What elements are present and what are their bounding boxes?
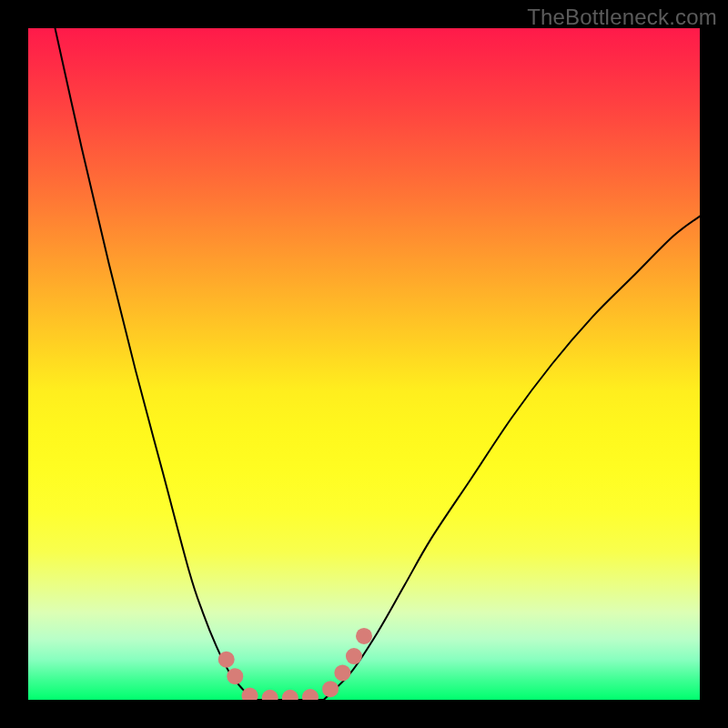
plot-area xyxy=(28,28,700,700)
data-markers xyxy=(218,628,372,700)
data-marker xyxy=(322,681,339,697)
chart-svg xyxy=(28,28,700,700)
data-marker xyxy=(356,628,372,644)
data-marker xyxy=(218,652,235,668)
curve-left xyxy=(56,28,254,700)
data-marker xyxy=(282,690,298,700)
data-marker xyxy=(262,690,278,700)
data-marker xyxy=(334,664,350,681)
curve-right xyxy=(324,217,700,700)
data-marker xyxy=(242,688,258,700)
chart-frame: TheBottleneck.com xyxy=(0,0,728,728)
watermark-text: TheBottleneck.com xyxy=(527,5,717,30)
data-marker xyxy=(346,648,362,664)
data-marker xyxy=(302,689,318,700)
data-marker xyxy=(227,668,243,684)
